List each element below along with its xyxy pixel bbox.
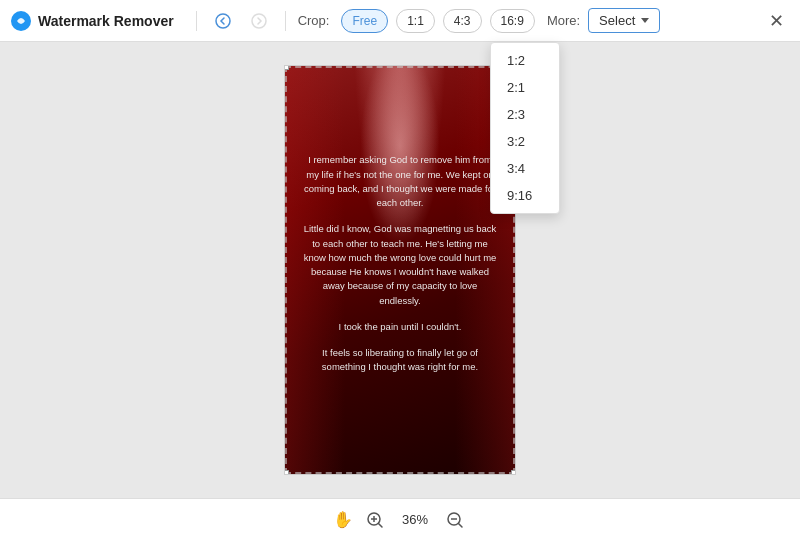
paragraph-3: I took the pain until I couldn't.	[339, 320, 462, 334]
dropdown-item-9-16[interactable]: 9:16	[491, 182, 559, 209]
paragraph-1: I remember asking God to remove him from…	[301, 153, 499, 210]
dropdown-item-3-4[interactable]: 3:4	[491, 155, 559, 182]
corner-handle-br[interactable]	[511, 470, 516, 475]
toolbar: Watermark Remover Crop: Free 1:1 4:3 16:…	[0, 0, 800, 42]
close-button[interactable]: ✕	[762, 7, 790, 35]
paragraph-4: It feels so liberating to finally let go…	[301, 346, 499, 375]
forward-button[interactable]	[245, 7, 273, 35]
dropdown-item-2-3[interactable]: 2:3	[491, 101, 559, 128]
forward-icon	[251, 13, 267, 29]
more-label: More:	[547, 13, 580, 28]
corner-handle-bl[interactable]	[284, 470, 289, 475]
zoom-out-button[interactable]	[443, 508, 467, 532]
hand-cursor-icon: ✋	[333, 510, 353, 529]
zoom-out-icon	[446, 511, 464, 529]
dropdown-item-1-2[interactable]: 1:2	[491, 47, 559, 74]
svg-line-9	[459, 523, 463, 527]
dropdown-item-3-2[interactable]: 3:2	[491, 128, 559, 155]
zoom-in-icon	[366, 511, 384, 529]
back-button[interactable]	[209, 7, 237, 35]
crop-1-1-button[interactable]: 1:1	[396, 9, 435, 33]
crop-16-9-button[interactable]: 16:9	[490, 9, 535, 33]
app-title: Watermark Remover	[38, 13, 174, 29]
corner-handle-tl[interactable]	[284, 65, 289, 70]
app-logo: Watermark Remover	[10, 10, 174, 32]
image-preview: I remember asking God to remove him from…	[284, 65, 516, 475]
crop-4-3-button[interactable]: 4:3	[443, 9, 482, 33]
canvas-area: I remember asking God to remove him from…	[0, 42, 800, 498]
select-dropdown-button[interactable]: Select	[588, 8, 660, 33]
paragraph-2: Little did I know, God was magnetting us…	[301, 222, 499, 308]
select-label: Select	[599, 13, 635, 28]
dropdown-arrow-icon	[641, 18, 649, 23]
back-icon	[215, 13, 231, 29]
divider-2	[285, 11, 286, 31]
svg-point-1	[216, 14, 230, 28]
crop-label: Crop:	[298, 13, 330, 28]
image-container: I remember asking God to remove him from…	[284, 65, 516, 475]
svg-point-2	[252, 14, 266, 28]
zoom-level-text: 36%	[397, 512, 433, 527]
image-text-overlay: I remember asking God to remove him from…	[285, 66, 515, 474]
app-icon	[10, 10, 32, 32]
close-icon: ✕	[769, 10, 784, 32]
divider-1	[196, 11, 197, 31]
svg-line-6	[379, 523, 383, 527]
dropdown-menu: 1:2 2:1 2:3 3:2 3:4 9:16	[490, 42, 560, 214]
statusbar: ✋ 36%	[0, 498, 800, 540]
dropdown-item-2-1[interactable]: 2:1	[491, 74, 559, 101]
crop-free-button[interactable]: Free	[341, 9, 388, 33]
zoom-in-button[interactable]	[363, 508, 387, 532]
